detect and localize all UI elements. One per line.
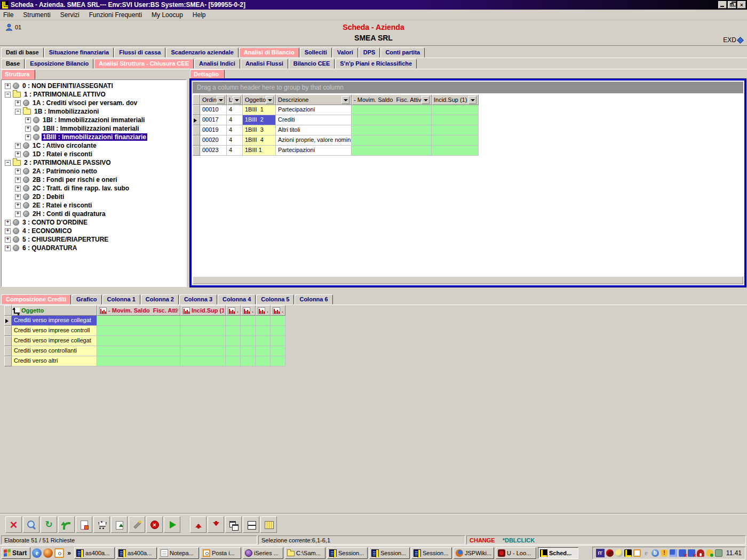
tree-item-label[interactable]: 2C : Tratt. di fine rapp. lav. subo — [31, 185, 130, 192]
tree-expander[interactable]: + — [25, 134, 31, 140]
column-header-lv[interactable]: Lv — [227, 94, 243, 105]
tree-item-label[interactable]: 2B : Fondi per rischi e oneri — [31, 176, 118, 183]
cell-value[interactable] — [256, 326, 271, 336]
table-row[interactable]: 0001741BIII 2Crediti — [193, 115, 744, 125]
tree-item-6[interactable]: +6 : QUADRATURA — [2, 244, 186, 252]
tree-expander[interactable]: + — [5, 245, 11, 251]
network-icon[interactable] — [670, 549, 677, 557]
cell-value[interactable] — [271, 336, 285, 346]
menu-my-loocup[interactable]: My Loocup — [152, 11, 183, 19]
filter-dropdown-icon[interactable] — [266, 96, 274, 104]
cell-value[interactable] — [256, 336, 271, 346]
cell-ordine[interactable]: 00020 — [200, 135, 227, 146]
subtab-analisi-indici[interactable]: Analisi Indici — [194, 59, 240, 69]
tab-solleciti[interactable]: Solleciti — [300, 47, 332, 58]
task-as400a[interactable]: as400a... — [74, 547, 115, 559]
tree-expander[interactable]: + — [15, 151, 21, 157]
revert-button[interactable] — [58, 516, 75, 533]
tree-expander[interactable]: + — [15, 100, 21, 106]
composition-row[interactable]: Crediti verso imprese collegat — [4, 316, 285, 326]
tree-item-label[interactable]: 4 : ECONOMICO — [21, 227, 73, 235]
cell-lv[interactable]: 4 — [227, 105, 243, 115]
cascade-button[interactable] — [225, 516, 242, 533]
cell-oggetto[interactable]: 1BIII 1 — [243, 105, 276, 115]
language-indicator[interactable]: IT — [596, 549, 605, 557]
messenger-ball-icon[interactable] — [615, 549, 623, 557]
column-header-incid-sup-1[interactable]: Incid.Sup (1) — [180, 305, 226, 316]
composition-row[interactable]: Crediti verso altri — [4, 356, 285, 366]
cell-value[interactable] — [226, 356, 241, 366]
menu-file[interactable]: File — [3, 11, 13, 19]
cell-lv[interactable]: 4 — [227, 125, 243, 135]
cell-movim-saldo-fisc-attivo[interactable] — [352, 115, 432, 125]
network-error-icon[interactable] — [679, 549, 686, 557]
wireless-alert-icon[interactable] — [697, 549, 704, 557]
table-row[interactable]: 0001941BIII 3Altri titoli — [193, 125, 744, 135]
tree-item-2c[interactable]: +2C : Tratt. di fine rapp. lav. subo — [2, 184, 186, 193]
cell-value[interactable] — [271, 316, 285, 326]
cell-descrizione[interactable]: Crediti — [276, 115, 352, 125]
row-selector[interactable] — [193, 115, 200, 125]
editdoc-button[interactable] — [76, 516, 92, 533]
cell-oggetto[interactable]: Crediti verso imprese controll — [12, 326, 97, 336]
cell-lv[interactable]: 4 — [227, 135, 243, 146]
wand-button[interactable] — [129, 516, 145, 533]
security-shield-icon[interactable]: ! — [661, 549, 668, 557]
menu-funzioni-frequenti[interactable]: Funzioni Frequenti — [89, 11, 142, 19]
table-row[interactable]: 0002041BIII 4Azioni proprie, valore nomi… — [193, 135, 744, 146]
tab-situazione-finanziaria[interactable]: Situazione finanziaria — [44, 47, 114, 58]
filter-dropdown-icon[interactable] — [341, 96, 349, 104]
cell-value[interactable] — [180, 326, 226, 336]
column-header-dot-4[interactable]: . — [241, 305, 256, 316]
column-header-oggetto[interactable]: Oggetto — [12, 305, 97, 316]
tile-button[interactable] — [243, 516, 259, 533]
task-session[interactable]: Session... — [327, 547, 368, 559]
stop-button[interactable] — [146, 516, 163, 533]
tree-item-4[interactable]: +4 : ECONOMICO — [2, 227, 186, 235]
tree-expander[interactable]: + — [5, 220, 11, 226]
move-up-button[interactable] — [190, 516, 206, 533]
cell-value[interactable] — [180, 336, 226, 346]
cell-oggetto[interactable]: Crediti verso imprese collegat — [12, 316, 97, 326]
tree-item-5[interactable]: +5 : CHIUSURE/RIAPERTURE — [2, 235, 186, 244]
minimize-button[interactable] — [718, 1, 727, 9]
cell-value[interactable] — [241, 326, 256, 336]
loocup-icon[interactable] — [606, 549, 614, 557]
tree-item-label[interactable]: 3 : CONTO D'ORDINE — [21, 219, 89, 226]
cell-value[interactable] — [256, 346, 271, 356]
bottom-tab-colonna-1[interactable]: Colonna 1 — [102, 294, 140, 305]
delete-button[interactable] — [5, 516, 22, 533]
column-header-movim-saldo-fisc-attivo[interactable]: - Movim. Saldo Fisc. Attivo — [97, 305, 180, 316]
quick-launch-overflow[interactable]: » — [66, 549, 73, 557]
tree-item-label[interactable]: 1D : Ratei e risconti — [31, 150, 93, 158]
cell-oggetto[interactable]: 1BIII 3 — [243, 125, 276, 135]
tree-item-0[interactable]: +0 : NON DEFINITI/ASSEGNATI — [2, 82, 186, 90]
cell-oggetto[interactable]: 1BIII 4 — [243, 135, 276, 146]
cell-movim-saldo-fisc-attivo[interactable] — [352, 105, 432, 115]
restore-button[interactable] — [728, 1, 736, 9]
tree-item-label[interactable]: 1B : Immobilizzazioni — [33, 108, 100, 115]
tab-dps[interactable]: DPS — [359, 47, 380, 58]
tab-analisi-di-bilancio[interactable]: Analisi di Bilancio — [239, 47, 299, 58]
tree-expander[interactable]: + — [25, 117, 31, 123]
row-selector[interactable] — [193, 125, 200, 135]
row-selector[interactable] — [193, 146, 200, 156]
export-button[interactable] — [111, 516, 128, 533]
column-header-dot-5[interactable]: . — [256, 305, 271, 316]
bottom-tab-colonna-3[interactable]: Colonna 3 — [179, 294, 217, 305]
menu-help[interactable]: Help — [193, 11, 206, 19]
task-jspwiki[interactable]: JSPWiki... — [454, 547, 494, 559]
cell-incid-sup-1[interactable] — [432, 105, 479, 115]
cart-button[interactable] — [93, 516, 110, 533]
cell-value[interactable] — [241, 316, 256, 326]
tree-expander[interactable]: + — [15, 203, 21, 209]
columns-button[interactable] — [260, 516, 277, 533]
cell-ordine[interactable]: 00019 — [200, 125, 227, 135]
task-sched[interactable]: Sched... — [538, 547, 578, 559]
cell-oggetto[interactable]: Crediti verso controllanti — [12, 346, 97, 356]
internet-explorer-icon[interactable]: e — [32, 548, 42, 558]
tree-item-1[interactable]: −1 : PATRIMONIALE ATTIVO — [2, 90, 186, 99]
cell-value[interactable] — [241, 336, 256, 346]
package-icon[interactable] — [715, 549, 722, 557]
tree-item-2a[interactable]: +2A : Patrimonio netto — [2, 167, 186, 175]
